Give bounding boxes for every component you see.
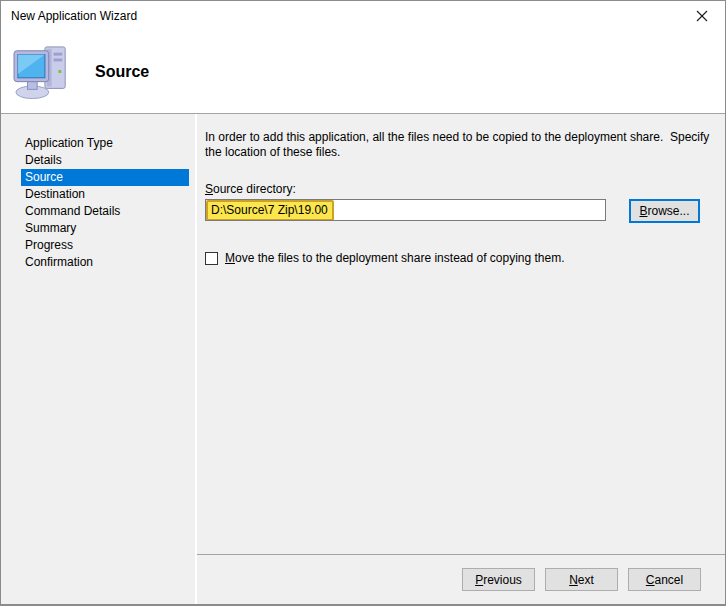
close-icon	[696, 10, 708, 22]
sidebar-item-source: Source	[21, 169, 189, 186]
window-title: New Application Wizard	[1, 9, 679, 23]
main-area: Application Type Details Source Destinat…	[1, 114, 725, 604]
previous-button[interactable]: Previous	[462, 568, 535, 591]
footer-button-bar: Previous Next Cancel	[197, 554, 725, 604]
move-files-checkbox-label[interactable]: Move the files to the deployment share i…	[225, 251, 565, 265]
new-application-wizard-dialog: New Application Wizard	[0, 0, 726, 606]
sidebar-item-destination: Destination	[21, 186, 189, 203]
wizard-header: Source	[1, 31, 725, 114]
source-directory-row: D:\Source\7 Zip\19.00 Browse...	[205, 199, 717, 223]
browse-button[interactable]: Browse...	[629, 199, 700, 223]
source-directory-value-highlight: D:\Source\7 Zip\19.00	[206, 200, 334, 221]
instruction-text: In order to add this application, all th…	[205, 130, 717, 160]
next-button[interactable]: Next	[545, 568, 618, 591]
move-files-checkbox-row: Move the files to the deployment share i…	[205, 251, 717, 265]
cancel-button[interactable]: Cancel	[628, 568, 701, 591]
move-files-checkbox[interactable]	[205, 252, 218, 265]
content-body: In order to add this application, all th…	[197, 114, 725, 554]
sidebar-item-progress: Progress	[21, 237, 189, 254]
content-pane: In order to add this application, all th…	[197, 114, 725, 604]
close-button[interactable]	[679, 1, 725, 31]
computer-icon	[11, 44, 73, 100]
title-bar: New Application Wizard	[1, 1, 725, 31]
sidebar-item-application-type: Application Type	[21, 135, 189, 152]
sidebar-item-confirmation: Confirmation	[21, 254, 189, 271]
source-directory-input[interactable]: D:\Source\7 Zip\19.00	[205, 199, 606, 221]
sidebar-item-command-details: Command Details	[21, 203, 189, 220]
wizard-steps-sidebar: Application Type Details Source Destinat…	[1, 114, 197, 604]
sidebar-item-details: Details	[21, 152, 189, 169]
sidebar-item-summary: Summary	[21, 220, 189, 237]
source-directory-label: Source directory:	[205, 182, 717, 196]
page-title: Source	[95, 63, 149, 81]
